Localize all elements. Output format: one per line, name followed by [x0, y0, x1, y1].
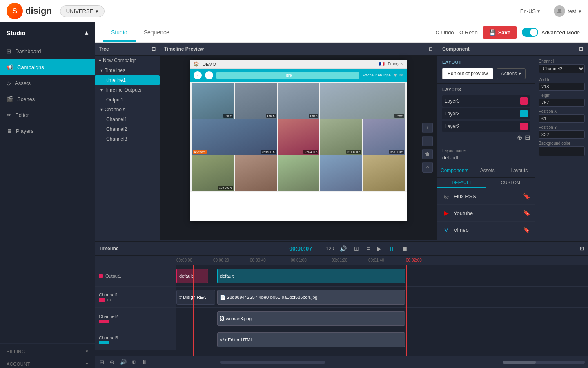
bookmark-icon[interactable]: 🔖: [523, 193, 530, 200]
track-clip-channel1-2[interactable]: 📄 28d8894f-2257-4be0-b051-9a1dcf585bd4.j…: [217, 290, 405, 305]
edit-preview-button[interactable]: Edit out of preview: [442, 68, 493, 79]
preview-cell-3: Prix €: [278, 83, 320, 119]
track-content-output1[interactable]: default default: [176, 265, 588, 286]
pause-button[interactable]: ⏸: [387, 245, 396, 253]
component-panel: Component ⊡ LAYOUT Edit out of preview A…: [437, 43, 588, 241]
position-y-input[interactable]: [539, 130, 585, 139]
comp-item-vimeo[interactable]: V Vimeo 🔖: [437, 222, 535, 238]
stop-button[interactable]: ⏹: [400, 245, 409, 253]
bg-color-picker[interactable]: [539, 146, 585, 156]
layout-button[interactable]: ⊞: [352, 245, 361, 253]
billing-section[interactable]: Billing ▾: [0, 343, 95, 356]
layers-section: LAYERS Layer3 Layer3 La: [437, 84, 535, 145]
preview-cell-7: 311 800 €: [320, 119, 362, 155]
remove-layer-icon[interactable]: ⊟: [525, 134, 530, 141]
comp-subtab-default[interactable]: DEFAULT: [437, 178, 486, 188]
layer-row-1[interactable]: Layer3: [442, 95, 530, 107]
bookmark-icon[interactable]: 🔖: [523, 210, 530, 216]
track-clip-output1-1[interactable]: default: [176, 269, 208, 283]
redo-button[interactable]: ↻ Redo: [459, 29, 478, 36]
tree-item-channel3[interactable]: Channel3: [95, 134, 160, 144]
tree-item-timelines[interactable]: ▾ Timelines: [95, 65, 160, 75]
comp-tab-assets[interactable]: Assets: [472, 164, 503, 177]
save-button[interactable]: 💾 Save: [483, 26, 517, 39]
tl-grid-btn[interactable]: ⊞: [98, 358, 106, 366]
tree-item-channels[interactable]: ▾ Channels: [95, 105, 160, 114]
comp-subtab-custom[interactable]: CUSTOM: [486, 178, 535, 188]
track-clip-channel1-1[interactable]: # Disign REA: [176, 290, 215, 305]
tree-item-output1[interactable]: Output1: [95, 95, 160, 105]
preview-cell-1: Prix €: [192, 83, 234, 119]
track-content-channel2[interactable]: 🖼 woman3.png: [176, 308, 588, 329]
track-clip-channel2-1[interactable]: 🖼 woman3.png: [217, 311, 405, 326]
universe-button[interactable]: UNIVERSE ▾: [60, 5, 105, 17]
vimeo-icon: V: [442, 226, 450, 234]
chevron-up-icon: ▴: [85, 29, 88, 36]
price-6: 224 400 €: [303, 150, 318, 154]
zoom-scrollbar[interactable]: [503, 361, 585, 364]
sidebar-item-editor[interactable]: ✏ Editor: [0, 107, 95, 123]
zoom-out-tool[interactable]: −: [422, 136, 433, 146]
undo-button[interactable]: ↺ Undo: [435, 29, 454, 36]
track-content-channel1[interactable]: # Disign REA 📄 28d8894f-2257-4be0-b051-9…: [176, 287, 588, 307]
tree-item-channel1[interactable]: Channel1: [95, 114, 160, 124]
circle-tool[interactable]: ○: [422, 162, 433, 173]
zoom-in-tool[interactable]: +: [422, 123, 433, 133]
actions-button[interactable]: Actions ▾: [497, 68, 526, 79]
timeline-controls: 00:00:07 120 🔊 ⊞ ≡ ▶ ⏸ ⏹: [118, 245, 580, 253]
comp-item-youtube[interactable]: ▶ Youtube 🔖: [437, 205, 535, 222]
layer-row-3[interactable]: Layer2: [442, 121, 530, 132]
sidebar-item-dashboard[interactable]: ⊞ Dashboard: [0, 43, 95, 59]
sidebar-item-assets[interactable]: ◇ Assets: [0, 75, 95, 91]
account-section[interactable]: Account ▾: [0, 356, 95, 368]
list-button[interactable]: ≡: [365, 245, 371, 253]
height-input[interactable]: [539, 99, 585, 107]
zoom-scrollbar-thumb[interactable]: [503, 361, 536, 364]
comp-tab-layouts[interactable]: Layouts: [503, 164, 535, 177]
delete-tool[interactable]: 🗑: [422, 149, 433, 159]
comp-item-flux-rss[interactable]: ◎ Flux RSS 🔖: [437, 188, 535, 205]
tl-audio-btn[interactable]: 🔊: [118, 358, 128, 366]
channel-label: Channel: [539, 59, 585, 63]
tree-item-new-campaign[interactable]: ▾ New Campaign: [95, 56, 160, 65]
track-label-text-channel1: Channel1: [99, 292, 118, 297]
position-x-input[interactable]: [539, 114, 585, 123]
tl-add-btn[interactable]: ⊕: [108, 358, 116, 366]
advanced-mode-toggle[interactable]: Advanced Mode: [522, 28, 580, 37]
timeline-scrollbar[interactable]: [151, 361, 499, 364]
tree-item-channel2[interactable]: Channel2: [95, 124, 160, 134]
comp-tab-components[interactable]: Components: [437, 164, 472, 177]
next-btn[interactable]: ›: [205, 71, 213, 79]
play-button[interactable]: ▶: [375, 245, 383, 253]
sidebar-item-campaigns[interactable]: 📢 Campaigns: [0, 59, 95, 75]
volume-button[interactable]: 🔊: [338, 245, 348, 253]
tree-item-timeline1[interactable]: timeline1: [95, 75, 160, 85]
prev-btn[interactable]: ‹: [194, 71, 202, 79]
bookmark-icon[interactable]: 🔖: [523, 227, 530, 233]
tl-copy-btn[interactable]: ⧉: [131, 358, 138, 366]
track-clip-output1-2[interactable]: default: [217, 269, 405, 283]
tab-studio[interactable]: Studio: [103, 24, 136, 42]
tab-actions: ↺ Undo ↻ Redo 💾 Save Advanced Mode: [435, 26, 580, 39]
lang-select[interactable]: En-US ▾: [520, 8, 540, 14]
sidebar-item-scenes[interactable]: 🎬 Scenes: [0, 91, 95, 107]
sidebar-item-players[interactable]: 🖥 Players: [0, 123, 95, 139]
timeline-ruler: 00:00:00 00:00:20 00:00:40 00:01:00 00:0…: [95, 256, 588, 265]
track-label-text-channel2: Channel2: [99, 314, 118, 319]
track-label-output1: Output1: [95, 265, 176, 286]
channel-select[interactable]: Channel2 Channel1 Channel3: [539, 64, 585, 73]
track-content-channel3[interactable]: </> Editor HTML: [176, 329, 588, 350]
add-layer-icon[interactable]: ⊕: [517, 134, 522, 141]
mail-icon[interactable]: ✉: [399, 72, 403, 78]
width-input[interactable]: [539, 83, 585, 91]
scrollbar-thumb[interactable]: [220, 361, 325, 364]
heart-icon[interactable]: ♥: [394, 72, 397, 78]
user-button[interactable]: test ▾: [554, 5, 581, 17]
tl-delete-btn[interactable]: 🗑: [140, 358, 149, 366]
layer-row-2[interactable]: Layer3: [442, 108, 530, 119]
tree-item-timeline-outputs[interactable]: ▾ Timeline Outputs: [95, 85, 160, 95]
track-clip-channel3-1[interactable]: </> Editor HTML: [217, 332, 405, 347]
toggle-switch[interactable]: [522, 28, 538, 37]
comp-item-time[interactable]: ◯ Time 🔖: [437, 238, 535, 241]
tab-sequence[interactable]: Sequence: [136, 24, 178, 42]
